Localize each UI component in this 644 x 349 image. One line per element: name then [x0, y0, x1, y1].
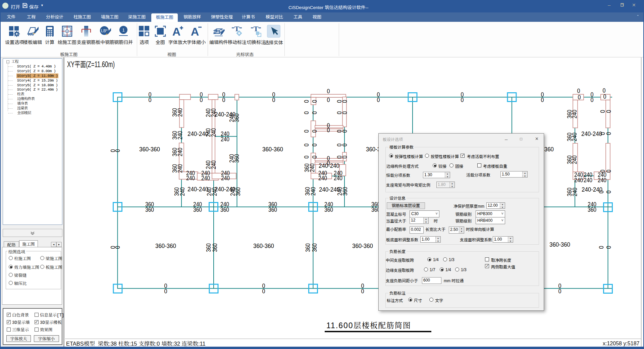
svg-text:LB*: LB* [101, 29, 108, 33]
svg-text:A: A [172, 25, 181, 38]
svg-text:A: A [191, 25, 199, 38]
svg-text:1: 1 [122, 28, 124, 33]
